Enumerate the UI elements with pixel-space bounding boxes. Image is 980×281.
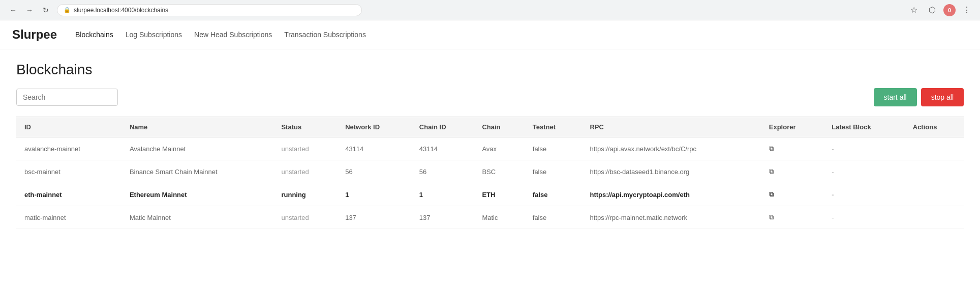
cell-testnet: false: [525, 137, 582, 160]
external-link-icon[interactable]: ⧉: [769, 167, 774, 175]
cell-latest-block: -: [823, 183, 904, 206]
col-testnet: Testnet: [525, 117, 582, 137]
security-icon: 🔒: [64, 7, 71, 13]
cell-rpc: https://api.mycryptoapi.com/eth: [581, 183, 760, 206]
external-link-icon[interactable]: ⧉: [769, 190, 774, 198]
table-row: avalanche-mainnet Avalanche Mainnet unst…: [16, 137, 964, 160]
table-row: bsc-mainnet Binance Smart Chain Mainnet …: [16, 160, 964, 183]
cell-chain-id: 137: [411, 206, 474, 229]
cell-rpc: https://bsc-dataseed1.binance.org: [581, 160, 760, 183]
cell-actions: [905, 137, 964, 160]
action-buttons: start all stop all: [874, 88, 964, 106]
col-actions: Actions: [905, 117, 964, 137]
table-row: matic-mainnet Matic Mainnet unstarted 13…: [16, 206, 964, 229]
cell-testnet: false: [525, 183, 582, 206]
page-title: Blockchains: [16, 62, 964, 78]
cell-testnet: false: [525, 206, 582, 229]
cell-id: avalanche-mainnet: [16, 137, 121, 160]
cell-latest-block: -: [823, 137, 904, 160]
search-input[interactable]: [16, 89, 118, 106]
col-name: Name: [121, 117, 273, 137]
cell-explorer: ⧉: [761, 183, 824, 206]
bookmark-icon[interactable]: ☆: [907, 3, 921, 17]
cell-network-id: 43114: [337, 137, 411, 160]
cell-testnet: false: [525, 160, 582, 183]
external-link-icon[interactable]: ⧉: [769, 145, 774, 152]
cell-name: Ethereum Mainnet: [121, 183, 273, 206]
cell-chain: BSC: [474, 160, 524, 183]
extensions-icon[interactable]: ⬡: [925, 3, 939, 17]
cell-explorer: ⧉: [761, 137, 824, 160]
col-chain-id: Chain ID: [411, 117, 474, 137]
browser-right-icons: ☆ ⬡ 0 ⋮: [907, 3, 974, 17]
browser-nav-buttons: ← → ↻: [6, 3, 53, 17]
table-body: avalanche-mainnet Avalanche Mainnet unst…: [16, 137, 964, 229]
nav-new-head-subscriptions[interactable]: New Head Subscriptions: [194, 31, 272, 39]
col-chain: Chain: [474, 117, 524, 137]
nav-log-subscriptions[interactable]: Log Subscriptions: [126, 31, 182, 39]
cell-id: matic-mainnet: [16, 206, 121, 229]
address-bar[interactable]: 🔒 slurpee.localhost:4000/blockchains: [57, 4, 362, 16]
cell-latest-block: -: [823, 160, 904, 183]
cell-status: unstarted: [273, 206, 337, 229]
cell-id: eth-mainnet: [16, 183, 121, 206]
cell-status: unstarted: [273, 160, 337, 183]
cell-chain: Avax: [474, 137, 524, 160]
app: Slurpee Blockchains Log Subscriptions Ne…: [0, 20, 980, 281]
col-rpc: RPC: [581, 117, 760, 137]
cell-network-id: 137: [337, 206, 411, 229]
cell-explorer: ⧉: [761, 206, 824, 229]
cell-name: Avalanche Mainnet: [121, 137, 273, 160]
cell-network-id: 1: [337, 183, 411, 206]
navbar: Slurpee Blockchains Log Subscriptions Ne…: [0, 20, 980, 49]
cell-status: unstarted: [273, 137, 337, 160]
col-network-id: Network ID: [337, 117, 411, 137]
cell-name: Matic Mainnet: [121, 206, 273, 229]
table-row: eth-mainnet Ethereum Mainnet running 1 1…: [16, 183, 964, 206]
cell-id: bsc-mainnet: [16, 160, 121, 183]
reload-button[interactable]: ↻: [39, 3, 53, 17]
col-status: Status: [273, 117, 337, 137]
browser-chrome: ← → ↻ 🔒 slurpee.localhost:4000/blockchai…: [0, 0, 980, 20]
col-latest-block: Latest Block: [823, 117, 904, 137]
external-link-icon[interactable]: ⧉: [769, 213, 774, 221]
cell-name: Binance Smart Chain Mainnet: [121, 160, 273, 183]
back-button[interactable]: ←: [6, 3, 20, 17]
search-actions-row: start all stop all: [16, 88, 964, 106]
forward-button[interactable]: →: [22, 3, 37, 17]
menu-icon[interactable]: ⋮: [960, 3, 974, 17]
table-header: ID Name Status Network ID Chain ID Chain…: [16, 117, 964, 137]
cell-actions: [905, 206, 964, 229]
stop-all-button[interactable]: stop all: [921, 88, 964, 106]
cell-status: running: [273, 183, 337, 206]
cell-network-id: 56: [337, 160, 411, 183]
cell-rpc: https://rpc-mainnet.matic.network: [581, 206, 760, 229]
start-all-button[interactable]: start all: [874, 88, 917, 106]
cell-rpc: https://api.avax.network/ext/bc/C/rpc: [581, 137, 760, 160]
table-container: ID Name Status Network ID Chain ID Chain…: [16, 117, 964, 229]
url-text: slurpee.localhost:4000/blockchains: [74, 7, 168, 14]
cell-chain-id: 1: [411, 183, 474, 206]
navbar-brand[interactable]: Slurpee: [12, 27, 57, 42]
cell-latest-block: -: [823, 206, 904, 229]
cell-chain-id: 56: [411, 160, 474, 183]
table-header-row: ID Name Status Network ID Chain ID Chain…: [16, 117, 964, 137]
page-content: Blockchains start all stop all ID Name S…: [0, 49, 980, 241]
nav-transaction-subscriptions[interactable]: Transaction Subscriptions: [284, 31, 366, 39]
cell-chain-id: 43114: [411, 137, 474, 160]
col-explorer: Explorer: [761, 117, 824, 137]
col-id: ID: [16, 117, 121, 137]
cell-actions: [905, 183, 964, 206]
cell-explorer: ⧉: [761, 160, 824, 183]
cell-actions: [905, 160, 964, 183]
nav-blockchains[interactable]: Blockchains: [75, 31, 113, 39]
blockchains-table: ID Name Status Network ID Chain ID Chain…: [16, 117, 964, 229]
cell-chain: ETH: [474, 183, 524, 206]
cell-chain: Matic: [474, 206, 524, 229]
incognito-badge: 0: [943, 4, 956, 16]
